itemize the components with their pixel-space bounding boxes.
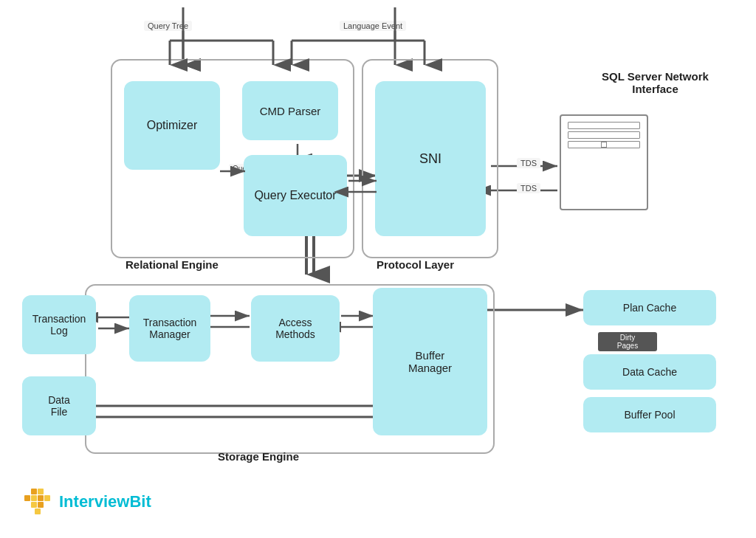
dirty-pages-badge: Dirty Pages (598, 332, 657, 351)
logo-area: InterviewBit (22, 487, 151, 517)
server-slot-square (601, 142, 607, 148)
svg-rect-27 (31, 489, 37, 494)
access-methods-box: Access Methods (251, 295, 340, 362)
logo-diamond-icon (22, 487, 52, 517)
data-file-box: Data File (22, 376, 96, 435)
diagram-container: Query Tree Language Event Query Plan TDS… (0, 0, 756, 538)
buffer-manager-box: Buffer Manager (373, 288, 487, 435)
sni-box: SNI (375, 81, 486, 236)
svg-rect-32 (44, 495, 50, 501)
tds-label-2: TDS (517, 183, 540, 193)
server-slot-1 (568, 122, 640, 129)
relational-engine-label: Relational Engine (126, 258, 219, 271)
storage-engine-label: Storage Engine (218, 450, 299, 463)
language-event-label: Language Event (340, 21, 406, 31)
transaction-log-box: Transaction Log (22, 295, 96, 354)
plan-cache-box: Plan Cache (583, 290, 716, 325)
protocol-layer-label: Protocol Layer (377, 258, 454, 271)
svg-rect-29 (24, 495, 30, 501)
svg-rect-31 (38, 495, 44, 501)
query-executor-box: Query Executor (244, 155, 347, 236)
svg-rect-33 (31, 502, 37, 508)
cmd-parser-box: CMD Parser (242, 81, 338, 140)
query-tree-label: Query Tree (144, 21, 192, 31)
buffer-pool-box: Buffer Pool (583, 397, 716, 432)
logo-text: InterviewBit (59, 492, 151, 511)
svg-rect-30 (31, 495, 37, 501)
svg-rect-28 (38, 489, 44, 494)
svg-rect-35 (35, 508, 41, 514)
svg-rect-34 (38, 502, 44, 508)
server-slot-2 (568, 131, 640, 139)
data-cache-box: Data Cache (583, 354, 716, 390)
transaction-manager-box: Transaction Manager (129, 295, 210, 362)
tds-label-1: TDS (517, 158, 540, 168)
server-icon (560, 114, 648, 210)
server-slot-3 (568, 141, 640, 148)
optimizer-box: Optimizer (124, 81, 220, 170)
sni-network-title: SQL Server Network Interface (583, 70, 727, 95)
